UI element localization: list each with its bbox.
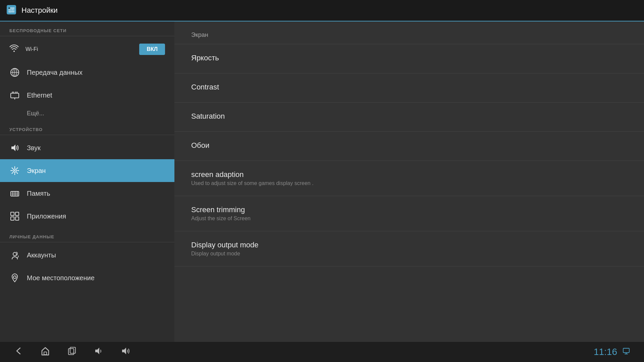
apps-label: Приложения <box>27 213 66 220</box>
wifi-icon <box>9 44 19 55</box>
display-output-label: Display output mode <box>191 241 627 249</box>
content-item-contrast[interactable]: Contrast <box>174 73 644 103</box>
section-wireless: БЕСПРОВОДНЫЕ СЕТИ <box>0 21 174 36</box>
network-status-icon <box>623 347 631 357</box>
divider-wireless <box>0 36 174 36</box>
time-display: 11:16 <box>594 347 617 357</box>
wifi-toggle[interactable]: ВКЛ <box>139 44 165 55</box>
ethernet-label: Ethernet <box>27 92 52 99</box>
sidebar-item-sound[interactable]: Звук <box>0 136 174 159</box>
sidebar: БЕСПРОВОДНЫЕ СЕТИ Wi-Fi ВКЛ <box>0 21 174 342</box>
topbar-icon <box>7 5 16 16</box>
accounts-label: Аккаунты <box>27 251 56 259</box>
data-transfer-label: Передача данных <box>27 69 83 76</box>
main-layout: БЕСПРОВОДНЫЕ СЕТИ Wi-Fi ВКЛ <box>0 21 644 342</box>
back-button[interactable] <box>13 346 23 358</box>
sidebar-item-wifi[interactable]: Wi-Fi ВКЛ <box>0 38 174 61</box>
content-item-brightness[interactable]: Яркость <box>174 44 644 73</box>
svg-point-5 <box>12 9 13 11</box>
screen-trimming-label: Screen trimming <box>191 205 627 214</box>
sidebar-item-memory[interactable]: Память <box>0 182 174 205</box>
content-item-wallpaper[interactable]: Обои <box>174 132 644 161</box>
display-output-sublabel: Display output mode <box>191 251 627 257</box>
content-item-saturation[interactable]: Saturation <box>174 103 644 132</box>
content-item-screen-trimming[interactable]: Screen trimming Adjust the size of Scree… <box>174 196 644 231</box>
memory-icon <box>9 188 20 199</box>
svg-rect-28 <box>11 212 14 216</box>
content-header: Экран <box>174 21 644 44</box>
screen-settings-icon <box>9 165 20 176</box>
sidebar-item-more[interactable]: Ещё... <box>0 107 174 120</box>
screen-label: Экран <box>27 167 46 175</box>
svg-point-7 <box>9 11 11 12</box>
svg-marker-38 <box>122 348 126 354</box>
svg-point-33 <box>13 276 16 279</box>
svg-rect-12 <box>11 93 19 98</box>
content-panel: Экран Яркость Contrast Saturation Обои s… <box>174 21 644 342</box>
data-transfer-icon <box>9 67 20 78</box>
brightness-label: Яркость <box>191 54 627 62</box>
sidebar-item-apps[interactable]: Приложения <box>0 205 174 228</box>
svg-point-32 <box>13 252 16 256</box>
ethernet-icon <box>9 90 20 101</box>
divider-device <box>0 135 174 135</box>
contrast-label: Contrast <box>191 83 627 92</box>
home-button[interactable] <box>40 346 50 358</box>
svg-rect-31 <box>15 217 19 220</box>
sidebar-item-location[interactable]: Мое местоположение <box>0 266 174 289</box>
recents-button[interactable] <box>67 346 77 358</box>
topbar: Настройки <box>0 0 644 21</box>
nav-right-group: 11:16 <box>594 347 631 357</box>
saturation-label: Saturation <box>191 112 627 121</box>
svg-marker-18 <box>11 144 15 151</box>
apps-icon <box>9 211 20 222</box>
screen-adaption-sublabel: Used to adjust size of some games displa… <box>191 180 627 186</box>
sidebar-item-screen[interactable]: Экран <box>0 159 174 182</box>
bottom-nav: 11:16 <box>0 342 644 362</box>
memory-label: Память <box>27 190 50 197</box>
wifi-label: Wi-Fi <box>25 46 38 52</box>
sidebar-item-data-transfer[interactable]: Передача данных <box>0 61 174 84</box>
content-item-display-output[interactable]: Display output mode Display output mode <box>174 231 644 266</box>
accounts-icon <box>9 250 20 260</box>
screen-trimming-sublabel: Adjust the size of Screen <box>191 216 627 222</box>
svg-point-3 <box>10 7 12 9</box>
svg-rect-30 <box>11 217 14 220</box>
sidebar-item-accounts[interactable]: Аккаунты <box>0 244 174 266</box>
svg-rect-35 <box>68 349 74 355</box>
svg-rect-29 <box>15 212 19 216</box>
svg-rect-34 <box>44 352 47 355</box>
divider-personal <box>0 242 174 242</box>
location-label: Мое местоположение <box>27 274 95 282</box>
svg-point-20 <box>14 170 15 171</box>
sound-icon <box>9 142 20 153</box>
wallpaper-label: Обои <box>191 141 627 150</box>
svg-marker-37 <box>95 348 99 354</box>
section-device: УСТРОЙСТВО <box>0 120 174 135</box>
section-personal: ЛИЧНЫЕ ДАННЫЕ <box>0 228 174 242</box>
svg-rect-39 <box>623 348 629 353</box>
volume-up-button[interactable] <box>121 346 131 358</box>
svg-rect-36 <box>70 347 75 353</box>
page-title: Настройки <box>21 6 58 15</box>
sound-label: Звук <box>27 144 41 152</box>
location-icon <box>9 273 20 283</box>
screen-adaption-label: screen adaption <box>191 170 627 179</box>
volume-down-button[interactable] <box>94 346 104 358</box>
sidebar-item-ethernet[interactable]: Ethernet <box>0 84 174 107</box>
content-item-screen-adaption[interactable]: screen adaption Used to adjust size of s… <box>174 161 644 196</box>
nav-left-group <box>13 346 131 358</box>
